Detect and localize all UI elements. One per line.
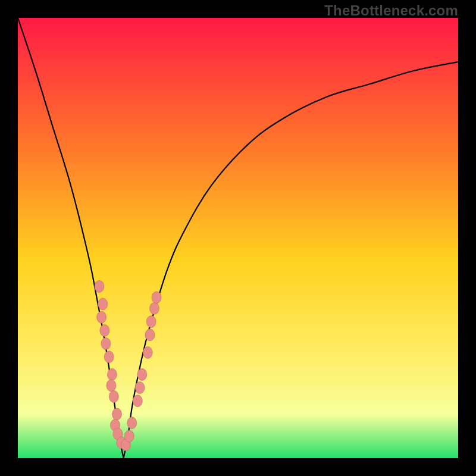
data-dot <box>107 368 117 380</box>
data-dot <box>109 390 118 402</box>
data-dot <box>143 346 152 358</box>
data-dot <box>97 311 107 323</box>
data-dot <box>112 408 122 420</box>
chart-frame: TheBottleneck.com <box>0 0 476 476</box>
data-dot <box>145 329 155 341</box>
data-dot <box>127 417 137 429</box>
data-dot <box>124 430 134 442</box>
bottleneck-chart <box>18 18 458 458</box>
data-dot <box>101 338 111 350</box>
data-dot <box>133 395 142 407</box>
data-dot <box>137 368 147 380</box>
data-dot <box>95 280 104 292</box>
data-dot <box>152 292 161 303</box>
data-dot <box>146 316 156 328</box>
data-dot <box>149 302 159 314</box>
plot-area <box>18 18 458 458</box>
data-dot <box>98 298 108 310</box>
data-dot <box>100 324 109 336</box>
watermark-text: TheBottleneck.com <box>324 2 458 19</box>
data-dot <box>135 382 145 394</box>
data-dot <box>107 380 116 392</box>
data-dot <box>104 351 114 363</box>
